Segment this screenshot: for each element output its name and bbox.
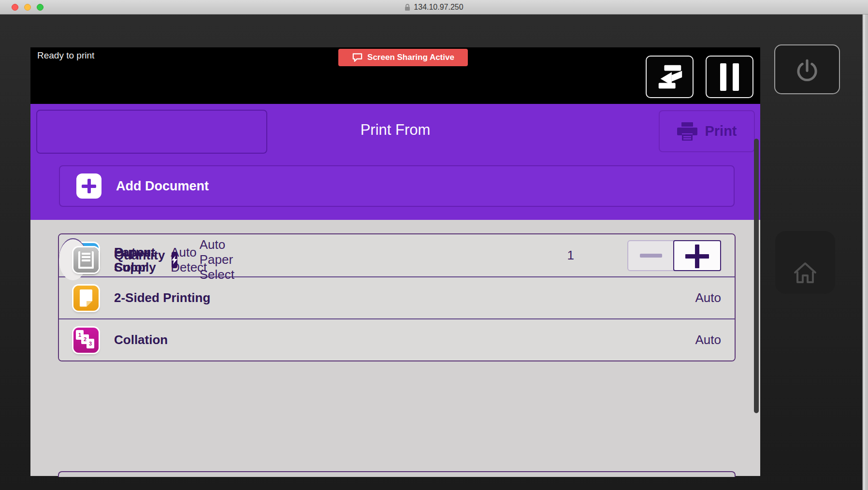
power-button[interactable] [774,44,840,94]
next-section-card-edge [58,471,736,477]
screen-sharing-badge: Screen Sharing Active [338,49,468,66]
screen-share-bubble-icon [352,53,363,62]
interrupt-printing-button[interactable] [646,56,694,98]
minus-icon [640,254,662,258]
titlebar: 134.10.97.250 [0,0,868,14]
pause-button[interactable] [706,56,753,98]
row-two-sided-printing[interactable]: 2-Sided Printing Auto [59,276,735,318]
interrupt-printing-icon [655,62,685,92]
row-label: Paper Supply [114,245,156,275]
pause-icon [720,63,739,91]
home-icon [791,258,819,285]
screen-sharing-badge-label: Screen Sharing Active [367,53,454,62]
status-bar: Ready to print Screen Sharing Active [30,47,760,104]
quantity-stepper [627,240,721,271]
lock-icon [405,3,410,11]
row-paper-supply[interactable]: Paper Supply Auto Paper Select [59,238,87,280]
row-value: Auto [695,332,722,347]
row-value: Auto Paper Select [200,237,234,282]
row-label: Collation [114,332,680,347]
row-label: 2-Sided Printing [114,290,680,305]
app-header: Print From Print Add Document [30,104,760,220]
row-value: Auto [695,290,722,305]
print-button[interactable]: Print [659,110,755,152]
two-sided-printing-icon [73,286,99,311]
collation-icon: 1 2 3 [73,328,99,353]
paper-supply-icon [73,247,99,273]
home-button[interactable] [775,231,835,294]
url-text: 134.10.97.250 [414,3,463,12]
quantity-decrease-button[interactable] [627,240,674,271]
quantity-increase-button[interactable] [673,240,721,271]
auto-paper-bolt-icon [172,252,177,268]
row-collation[interactable]: 1 2 3 Collation Auto [59,318,735,360]
page-title: Print From [30,121,760,139]
address-bar[interactable]: 134.10.97.250 [0,0,868,14]
touchscreen-scrollbar[interactable] [754,139,759,413]
add-document-label: Add Document [116,179,209,194]
row-quantity[interactable]: # Quantity 1 [59,234,735,276]
printer-icon [677,122,698,141]
window-scrollbar[interactable] [862,14,868,490]
printer-status-text: Ready to print [37,50,94,61]
add-document-button[interactable]: Add Document [59,165,735,207]
print-button-label: Print [705,123,737,139]
printer-touchscreen: Ready to print Screen Sharing Active [30,47,760,476]
power-icon [794,56,821,83]
plus-icon [76,173,101,199]
browser-window: 134.10.97.250 Ready to print Screen Shar… [0,0,868,490]
feature-list: # Quantity 1 Output Color [58,233,736,361]
settings-panel: # Quantity 1 Output Color [30,220,760,476]
quantity-value: 1 [567,248,574,263]
